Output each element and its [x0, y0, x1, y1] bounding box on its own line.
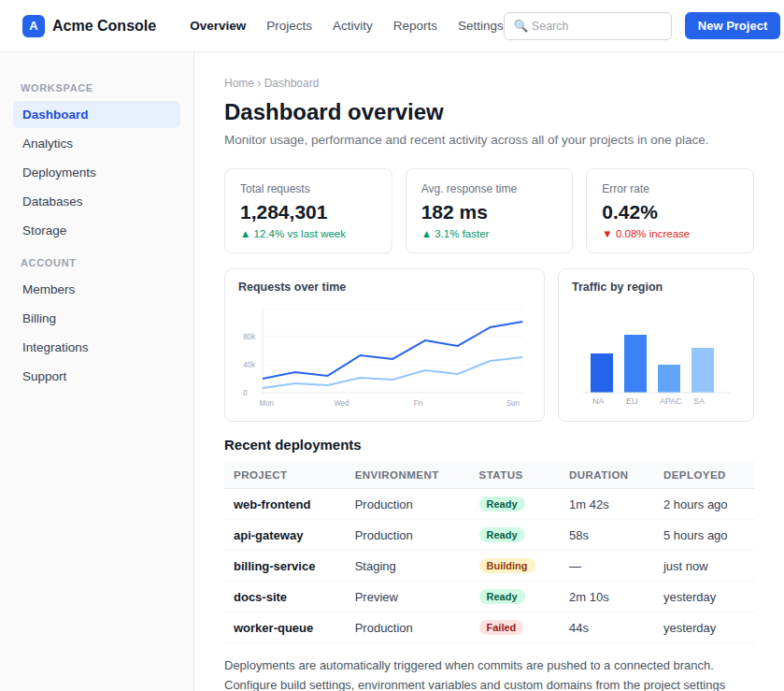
svg-text:Fri: Fri [414, 398, 422, 409]
svg-text:SA: SA [693, 396, 705, 406]
svg-text:Wed: Wed [335, 398, 349, 409]
svg-text:Mon: Mon [260, 398, 274, 409]
svg-text:Sun: Sun [506, 398, 520, 409]
svg-text:40k: 40k [243, 360, 255, 370]
svg-text:EU: EU [626, 396, 638, 406]
svg-text:80k: 80k [243, 332, 255, 342]
svg-text:0: 0 [243, 388, 248, 398]
svg-text:APAC: APAC [660, 396, 682, 406]
svg-text:NA: NA [592, 396, 605, 406]
